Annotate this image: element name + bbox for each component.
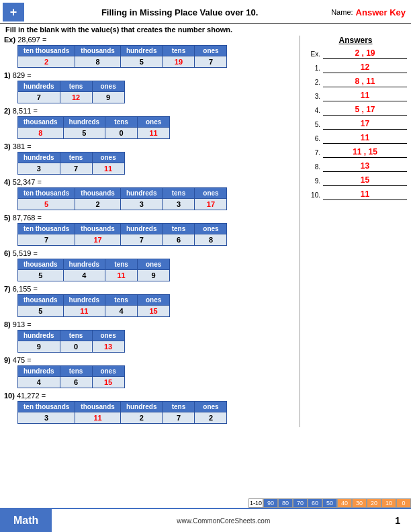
- problem-8: 8) 913 = hundredstensones9013: [4, 320, 300, 353]
- problem-table-3: hundredstensones3711: [17, 152, 125, 175]
- answer-row-0: Ex. 2 , 19: [304, 48, 407, 60]
- answer-value-2: 8 , 11: [323, 77, 407, 87]
- problem-table-7: thousandshundredstensones511415: [17, 294, 170, 317]
- problem-label-6: 6) 5,519 =: [4, 249, 300, 257]
- score-cell-2: 80: [278, 498, 293, 508]
- answer-num-9: 9.: [304, 177, 323, 185]
- problem-1: 1) 829 = hundredstensones7129: [4, 71, 300, 103]
- answer-row-10: 10. 11: [304, 189, 407, 201]
- problem-10: 10) 41,272 = ten thousandsthousandshundr…: [4, 392, 300, 424]
- answer-row-7: 7. 11 , 15: [304, 146, 407, 159]
- answer-row-9: 9. 15: [304, 175, 407, 187]
- problem-2: 2) 8,511 = thousandshundredstensones8501…: [4, 107, 300, 139]
- problem-label-3: 3) 381 =: [4, 142, 300, 150]
- problems-panel: Ex) 28,697 = ten thousandsthousandshundr…: [4, 36, 300, 427]
- answer-num-5: 5.: [304, 121, 323, 128]
- score-cell-5: 50: [322, 498, 337, 508]
- answer-row-5: 5. 17: [304, 118, 407, 130]
- problem-table-10: ten thousandsthousandshundredstensones31…: [17, 401, 227, 424]
- answer-row-2: 2. 8 , 11: [304, 76, 407, 88]
- problem-9: 9) 475 = hundredstensones4615: [4, 356, 300, 388]
- answer-num-0: Ex.: [304, 50, 323, 58]
- answer-num-3: 3.: [304, 93, 323, 100]
- score-cell-6: 40: [337, 498, 352, 508]
- problem-label-2: 2) 8,511 =: [4, 107, 300, 115]
- problem-label-4: 4) 52,347 =: [4, 178, 300, 186]
- score-cell-7: 30: [352, 498, 367, 508]
- problem-table-1: hundredstensones7129: [17, 81, 125, 103]
- problem-3: 3) 381 = hundredstensones3711: [4, 142, 300, 175]
- answer-num-8: 8.: [304, 163, 323, 171]
- answer-row-3: 3. 11: [304, 90, 407, 102]
- problem-label-1: 1) 829 =: [4, 71, 300, 79]
- problem-table-4: ten thousandsthousandshundredstensones52…: [17, 187, 227, 210]
- footer-page-num: 1: [395, 515, 411, 526]
- answers-panel: Answers Ex. 2 , 19 1. 12 2. 8 , 11 3. 11…: [300, 36, 407, 427]
- answer-num-4: 4.: [304, 107, 323, 114]
- footer: Math www.CommonCoreSheets.com 1: [0, 508, 411, 532]
- score-cell-4: 60: [308, 498, 322, 508]
- problem-label-9: 9) 475 =: [4, 356, 300, 364]
- problem-label-5: 5) 87,768 =: [4, 214, 300, 222]
- answers-title: Answers: [304, 36, 407, 45]
- answer-num-6: 6.: [304, 135, 323, 142]
- logo: +: [3, 3, 24, 21]
- problem-table-9: hundredstensones4615: [17, 365, 125, 388]
- example-label: Ex) 28,697 =: [4, 36, 300, 44]
- example-table: ten thousandsthousandshundredstensones28…: [17, 45, 227, 68]
- answer-value-8: 13: [323, 161, 407, 172]
- answer-value-7: 11 , 15: [323, 147, 407, 158]
- answer-key-label: Answer Key: [356, 7, 406, 17]
- answer-num-2: 2.: [304, 79, 323, 86]
- footer-math-label: Math: [0, 509, 52, 532]
- problem-table-8: hundredstensones9013: [17, 330, 125, 353]
- header-title: Filling in Missing Place Value over 10.: [28, 7, 331, 17]
- score-cell-1: 90: [263, 498, 278, 508]
- answer-num-7: 7.: [304, 149, 323, 157]
- example-problem: Ex) 28,697 = ten thousandsthousandshundr…: [4, 36, 300, 68]
- answer-value-3: 11: [323, 91, 407, 101]
- answer-value-5: 17: [323, 119, 407, 130]
- score-cell-3: 70: [293, 498, 308, 508]
- score-cell-0: 1-10: [248, 498, 263, 508]
- answer-num-1: 1.: [304, 64, 323, 72]
- problem-label-10: 10) 41,272 =: [4, 392, 300, 400]
- answer-row-8: 8. 13: [304, 161, 407, 173]
- problem-label-7: 7) 6,155 =: [4, 285, 300, 293]
- name-label: Name:: [331, 8, 353, 16]
- answer-value-6: 11: [323, 133, 407, 144]
- problem-table-5: ten thousandsthousandshundredstensones71…: [17, 223, 227, 246]
- problem-label-8: 8) 913 =: [4, 320, 300, 328]
- problem-5: 5) 87,768 = ten thousandsthousandshundre…: [4, 214, 300, 246]
- answer-value-9: 15: [323, 175, 407, 186]
- problem-4: 4) 52,347 = ten thousandsthousandshundre…: [4, 178, 300, 210]
- answer-row-4: 4. 5 , 17: [304, 104, 407, 116]
- score-cell-9: 10: [381, 498, 396, 508]
- answer-value-4: 5 , 17: [323, 105, 407, 116]
- header: + Filling in Missing Place Value over 10…: [0, 0, 411, 24]
- footer-website: www.CommonCoreSheets.com: [52, 517, 395, 525]
- score-cell-10: 0: [396, 498, 411, 508]
- problem-table-6: thousandshundredstensones54119: [17, 259, 170, 281]
- problem-6: 6) 5,519 = thousandshundredstensones5411…: [4, 249, 300, 281]
- score-cell-8: 20: [367, 498, 381, 508]
- answer-row-6: 6. 11: [304, 132, 407, 144]
- answer-value-10: 11: [323, 189, 407, 200]
- instructions: Fill in the blank with the value(s) that…: [0, 24, 411, 36]
- problem-7: 7) 6,155 = thousandshundredstensones5114…: [4, 285, 300, 317]
- answer-value-1: 12: [323, 62, 407, 73]
- score-bar: 1-109080706050403020100: [248, 498, 411, 508]
- answer-row-1: 1. 12: [304, 62, 407, 74]
- problem-table-2: thousandshundredstensones85011: [17, 116, 170, 139]
- answer-num-10: 10.: [304, 191, 323, 199]
- answer-value-0: 2 , 19: [323, 48, 407, 59]
